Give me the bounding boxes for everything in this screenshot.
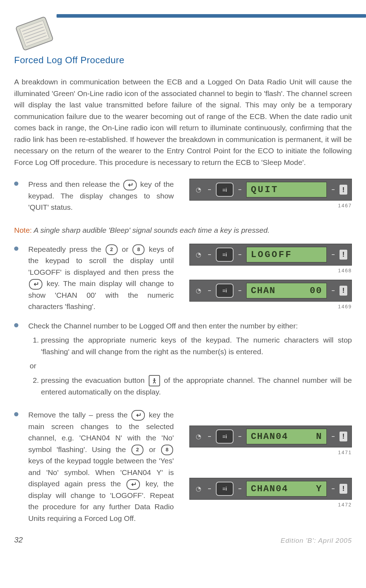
lcd-display-chan04y: ◔ ≡i CHAN04Y !	[189, 478, 352, 500]
step3-or: or	[30, 360, 352, 372]
alert-icon: !	[340, 484, 347, 494]
clock-icon: ◔	[194, 250, 203, 259]
alert-icon: !	[340, 432, 347, 441]
lcd-screen: CHAN04N	[246, 429, 327, 444]
enter-key-icon	[131, 410, 145, 421]
lcd-display-chan00: ◔ ≡i CHAN00 !	[189, 280, 352, 302]
lcd-display-chan04n: ◔ ≡i CHAN04N !	[189, 426, 352, 447]
step-4-text: Remove the tally – press the key the mai…	[28, 409, 174, 524]
bullet-icon	[14, 182, 18, 186]
info-badge-icon: ≡i	[216, 183, 234, 197]
step-2-text: Repeatedly press the 2 or 8 keys of the …	[28, 244, 174, 313]
clock-icon: ◔	[194, 484, 203, 493]
enter-key-icon	[123, 180, 137, 190]
intro-paragraph: A breakdown in communication between the…	[14, 76, 352, 168]
lcd-screen: QUIT	[246, 182, 327, 197]
info-badge-icon: ≡i	[216, 482, 234, 496]
note-body: A single sharp audible 'Bleep' signal so…	[32, 226, 270, 234]
lcd-screen: CHAN00	[246, 283, 327, 298]
clock-icon: ◔	[194, 432, 203, 441]
figure-caption: 1467	[338, 203, 352, 208]
step-3-text: Check the Channel number to be Logged Of…	[28, 320, 352, 401]
section-title: Forced Log Off Procedure	[14, 55, 352, 66]
page: Forced Log Off Procedure A breakdown in …	[0, 14, 366, 548]
key-2-icon: 2	[131, 445, 143, 455]
lcd-display-quit: ◔ ≡i QUIT !	[189, 179, 352, 201]
key-8-icon: 8	[132, 244, 144, 255]
clock-icon: ◔	[194, 286, 203, 295]
device-logo	[9, 8, 60, 59]
step3-item-1: pressing the appropriate numeric keys of…	[41, 334, 352, 357]
note-label: Note:	[14, 226, 32, 234]
clock-icon: ◔	[194, 185, 203, 194]
key-2-icon: 2	[106, 244, 118, 255]
bullet-icon	[14, 412, 18, 416]
page-footer: 32 Edition 'B': April 2005	[14, 535, 352, 545]
lcd-display-logoff: ◔ ≡i LOGOFF !	[189, 244, 352, 266]
figure-caption: 1471	[338, 450, 352, 455]
bullet-icon	[14, 323, 18, 327]
alert-icon: !	[340, 250, 347, 260]
note-text: Note: A single sharp audible 'Bleep' sig…	[14, 225, 352, 236]
step3-head: Check the Channel number to be Logged Of…	[28, 320, 352, 332]
info-badge-icon: ≡i	[216, 284, 234, 298]
figure-caption: 1472	[338, 502, 352, 507]
key-8-icon: 8	[161, 445, 173, 455]
step3-list: pressing the appropriate numeric keys of…	[28, 334, 352, 357]
alert-icon: !	[340, 286, 347, 296]
bullet-icon	[14, 247, 18, 251]
step1-pre: Press and then release the	[28, 180, 120, 188]
info-badge-icon: ≡i	[216, 248, 234, 262]
figure-caption: 1468	[338, 268, 352, 273]
step3-item-2: pressing the evacuation button of the ap…	[41, 375, 352, 398]
step3-list-2: pressing the evacuation button of the ap…	[28, 375, 352, 398]
enter-key-icon	[126, 479, 140, 490]
lcd-screen: CHAN04Y	[246, 481, 327, 497]
info-badge-icon: ≡i	[216, 429, 234, 444]
lcd-screen: LOGOFF	[246, 247, 327, 262]
header-rule	[57, 14, 366, 18]
alert-icon: !	[340, 185, 347, 195]
enter-key-icon	[29, 279, 42, 290]
edition-label: Edition 'B': April 2005	[281, 537, 352, 545]
evacuation-button-icon	[149, 375, 160, 386]
page-number: 32	[14, 535, 23, 545]
step-1-text: Press and then release the key of the ke…	[28, 179, 174, 213]
figure-caption: 1469	[338, 304, 352, 309]
